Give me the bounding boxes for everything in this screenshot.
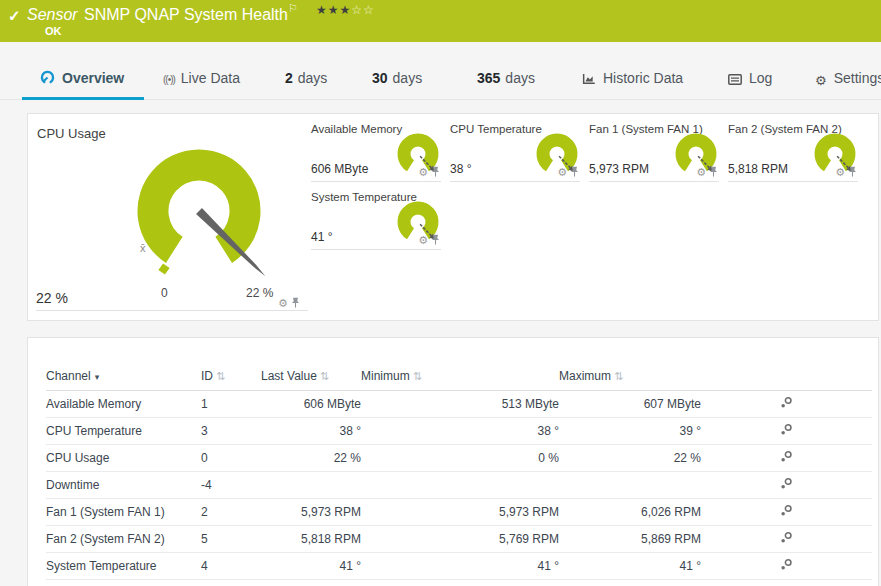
minimum-value: 5,973 RPM — [361, 498, 559, 525]
settings-gear-icon: ⚙ — [815, 59, 827, 103]
col-label: Last Value — [261, 369, 317, 383]
table-row: Downtime -4 — [46, 471, 872, 498]
gauge-cell-fan-1: Fan 1 (System FAN 1) 5,973 RPM ⚙ — [589, 121, 719, 182]
sort-icon: ⇅ — [320, 370, 329, 382]
last-value — [261, 471, 361, 498]
log-icon — [728, 58, 742, 102]
tab-number: 2 — [285, 70, 293, 86]
object-kind-label: Sensor — [27, 6, 78, 24]
gauge-cell-available-memory: Available Memory 606 MByte ⚙ — [311, 121, 441, 182]
edit-channel-icon[interactable] — [780, 450, 793, 463]
table-row: Fan 2 (System FAN 2) 5 5,818 RPM 5,769 R… — [46, 525, 872, 552]
gauge-scale-start: 0 — [161, 286, 168, 300]
minimum-value: 41 ° — [361, 552, 559, 579]
gear-icon[interactable]: ⚙ — [278, 298, 288, 309]
gauge-cell-cpu-temperature: CPU Temperature 38 ° ⚙ — [450, 121, 580, 182]
tab-2-days[interactable]: 2days — [285, 56, 327, 100]
edit-channel-icon[interactable] — [780, 504, 793, 517]
channel-name: System Temperature — [46, 552, 201, 579]
pin-icon[interactable] — [709, 166, 718, 178]
pin-icon[interactable] — [291, 297, 300, 309]
tab-label: days — [393, 70, 423, 86]
status-badge: OK — [45, 25, 62, 37]
mean-marker-label: x̄ — [140, 242, 146, 254]
channel-id: 5 — [201, 525, 261, 552]
maximum-value — [559, 471, 701, 498]
tab-label: days — [505, 70, 535, 86]
col-label: Channel — [46, 369, 91, 383]
stars-empty[interactable]: ☆☆ — [351, 3, 375, 17]
pin-icon[interactable] — [431, 166, 440, 178]
sort-desc-icon: ▾ — [95, 372, 100, 382]
col-header-channel[interactable]: Channel▾ — [46, 362, 201, 390]
maximum-value: 22 % — [559, 444, 701, 471]
sort-icon: ⇅ — [413, 370, 422, 382]
gauge-icon — [40, 58, 55, 102]
tab-live-data[interactable]: ((•))Live Data — [163, 56, 240, 100]
table-row: System Temperature 4 41 ° 41 ° 41 ° — [46, 552, 872, 579]
tab-historic-data[interactable]: Historic Data — [582, 56, 683, 100]
sensor-title: SNMP QNAP System Health — [84, 6, 288, 24]
gauge-scale-end: 22 % — [246, 286, 273, 300]
channel-name: CPU Temperature — [46, 417, 201, 444]
gauge-value: 606 MByte — [311, 162, 368, 176]
edit-channel-icon[interactable] — [780, 477, 793, 490]
tab-settings[interactable]: ⚙Settings — [815, 56, 881, 100]
edit-channel-icon[interactable] — [780, 396, 793, 409]
tab-overview[interactable]: Overview — [40, 56, 124, 100]
minimum-value: 5,769 RPM — [361, 525, 559, 552]
col-header-last-value[interactable]: Last Value⇅ — [261, 362, 361, 390]
gear-icon[interactable]: ⚙ — [835, 167, 845, 178]
pin-icon[interactable] — [848, 166, 857, 178]
channel-table: Channel▾ ID⇅ Last Value⇅ Minimum⇅ Maximu… — [46, 362, 872, 580]
priority-rating[interactable]: ★★★☆☆ — [316, 3, 375, 17]
sensor-header: ✓ Sensor SNMP QNAP System Health ⚐ ★★★☆☆… — [0, 0, 881, 42]
edit-channel-icon[interactable] — [780, 423, 793, 436]
gauge-value: 5,818 RPM — [728, 162, 788, 176]
tab-365-days[interactable]: 365days — [477, 56, 535, 100]
col-header-minimum[interactable]: Minimum⇅ — [361, 362, 559, 390]
table-header-row: Channel▾ ID⇅ Last Value⇅ Minimum⇅ Maximu… — [46, 362, 872, 390]
channel-id: 0 — [201, 444, 261, 471]
col-label: Maximum — [559, 369, 611, 383]
edit-channel-icon[interactable] — [780, 558, 793, 571]
chart-icon — [582, 58, 596, 102]
pin-icon[interactable] — [570, 166, 579, 178]
sort-icon: ⇅ — [216, 370, 225, 382]
priority-flag-icon[interactable]: ⚐ — [288, 2, 298, 15]
pin-icon[interactable] — [431, 234, 440, 246]
col-header-id[interactable]: ID⇅ — [201, 362, 261, 390]
minimum-value: 0 % — [361, 444, 559, 471]
tab-30-days[interactable]: 30days — [372, 56, 422, 100]
sort-icon: ⇅ — [614, 370, 623, 382]
last-value: 22 % — [261, 444, 361, 471]
channel-name: Downtime — [46, 471, 201, 498]
gear-icon[interactable]: ⚙ — [696, 167, 706, 178]
channel-id: -4 — [201, 471, 261, 498]
primary-gauge-title: CPU Usage — [37, 126, 106, 141]
primary-gauge-value: 22 % — [36, 290, 68, 306]
gauge-title: Available Memory — [311, 123, 402, 135]
stars-filled[interactable]: ★★★ — [316, 3, 351, 17]
minimum-value — [361, 471, 559, 498]
table-row: Available Memory 1 606 MByte 513 MByte 6… — [46, 390, 872, 417]
tab-bar: Overview ((•))Live Data 2days 30days 365… — [0, 56, 881, 100]
maximum-value: 41 ° — [559, 552, 701, 579]
last-value: 38 ° — [261, 417, 361, 444]
tab-log[interactable]: Log — [728, 56, 772, 100]
col-header-maximum[interactable]: Maximum⇅ — [559, 362, 701, 390]
edit-channel-icon[interactable] — [780, 531, 793, 544]
gear-icon[interactable]: ⚙ — [418, 167, 428, 178]
last-value: 41 ° — [261, 552, 361, 579]
gauge-value: 38 ° — [450, 162, 471, 176]
divider — [36, 310, 308, 311]
channel-name: Fan 1 (System FAN 1) — [46, 498, 201, 525]
channel-name: Available Memory — [46, 390, 201, 417]
gear-icon[interactable]: ⚙ — [418, 235, 428, 246]
gear-icon[interactable]: ⚙ — [557, 167, 567, 178]
last-value: 5,818 RPM — [261, 525, 361, 552]
cpu-usage-gauge — [124, 138, 274, 288]
tab-number: 30 — [372, 70, 388, 86]
live-data-icon: ((•)) — [163, 74, 175, 85]
tab-label: Historic Data — [603, 70, 683, 86]
